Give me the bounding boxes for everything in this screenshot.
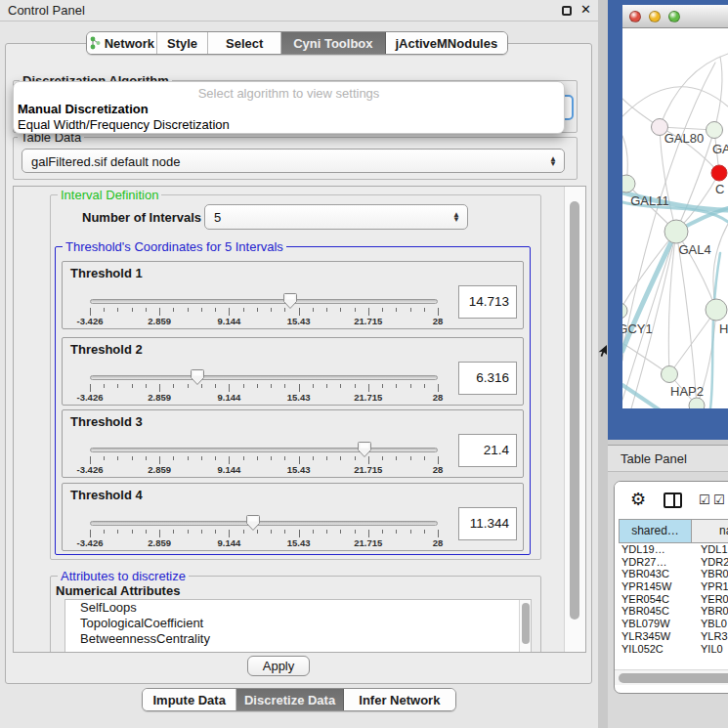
- attribute-list-item[interactable]: BetweennessCentrality: [65, 631, 531, 647]
- network-window-titlebar[interactable]: [622, 5, 728, 28]
- tab-label: Select: [226, 36, 263, 51]
- zoom-window-icon[interactable]: [668, 11, 680, 22]
- tab-impute-data[interactable]: Impute Data: [143, 689, 236, 710]
- network-node-label: GA: [712, 142, 728, 156]
- table-row[interactable]: YIL052CYIL0: [619, 643, 728, 656]
- network-node-gal11[interactable]: [622, 175, 635, 193]
- tab-discretize-data[interactable]: Discretize Data: [236, 689, 343, 710]
- slider-thumb[interactable]: [190, 368, 205, 386]
- network-node-label: GCY1: [622, 321, 653, 336]
- slider-track[interactable]: [90, 375, 438, 380]
- minor-tick: [340, 530, 341, 534]
- numerical-attributes-list[interactable]: SelfLoopsTopologicalCoefficientBetweenne…: [64, 599, 532, 653]
- column-header-name[interactable]: name: [692, 519, 728, 543]
- minor-tick: [188, 456, 189, 460]
- splitpane-gutter[interactable]: [598, 0, 608, 728]
- settings-scrollbar-thumb[interactable]: [570, 201, 579, 620]
- network-node-c[interactable]: [711, 165, 727, 181]
- network-edge[interactable]: [676, 232, 697, 406]
- dropdown-placeholder[interactable]: Select algorithm to view settings: [14, 86, 564, 101]
- combo-arrows-icon: ▲▼: [452, 212, 460, 222]
- table-cell-shared-name: YDR27…: [619, 556, 692, 569]
- float-panel-icon[interactable]: [562, 6, 572, 16]
- minor-tick: [326, 530, 327, 534]
- major-tick: [229, 530, 230, 537]
- tab-jactivemnodules[interactable]: jActiveMNodules: [386, 32, 507, 54]
- threshold-label: Threshold 2: [70, 342, 143, 357]
- network-edge[interactable]: [714, 57, 722, 130]
- major-tick: [299, 384, 300, 392]
- threshold-value-field[interactable]: 11.344: [458, 507, 517, 540]
- network-node-gcy1[interactable]: [622, 303, 627, 319]
- minor-tick: [271, 530, 272, 534]
- dropdown-option-manual[interactable]: Manual Discretization: [18, 102, 149, 116]
- table-hscrollbar[interactable]: [615, 669, 728, 685]
- major-tick: [90, 308, 91, 316]
- slider-thumb[interactable]: [282, 292, 298, 310]
- dropdown-option-equal-width[interactable]: Equal Width/Frequency Discretization: [18, 117, 230, 132]
- minor-tick: [271, 384, 272, 388]
- network-node-h[interactable]: [706, 299, 727, 321]
- minor-tick: [340, 384, 341, 388]
- minor-tick: [382, 530, 383, 534]
- table-row[interactable]: YPR145WYPR1: [619, 580, 728, 593]
- apply-button[interactable]: Apply: [247, 656, 310, 676]
- number-of-intervals-combobox[interactable]: 5 ▲▼: [204, 204, 468, 230]
- close-window-icon[interactable]: [629, 11, 641, 22]
- minor-tick: [257, 308, 258, 312]
- minor-tick: [215, 456, 216, 460]
- slider-track[interactable]: [90, 521, 438, 526]
- minor-tick: [313, 308, 314, 312]
- tick-label: -3.426: [67, 537, 112, 548]
- network-canvas[interactable]: GAL80GACGAL11GAL4GCY1HHAP2: [622, 28, 728, 408]
- table-hscrollbar-thumb[interactable]: [619, 673, 728, 683]
- threshold-value-field[interactable]: 21.4: [458, 434, 517, 467]
- tab-infer-network[interactable]: Infer Network: [344, 689, 455, 710]
- table-row[interactable]: YBR045CYBR0: [619, 605, 728, 618]
- tab-cyni-toolbox[interactable]: Cyni Toolbox: [281, 32, 386, 54]
- table-row[interactable]: YBL079WYBL0: [619, 618, 728, 630]
- slider-track[interactable]: [90, 299, 438, 304]
- table-row[interactable]: YER054CYER0: [619, 593, 728, 606]
- list-scrollbar-thumb[interactable]: [522, 603, 530, 644]
- network-node-hap2[interactable]: [662, 366, 678, 383]
- list-scrollbar[interactable]: [519, 600, 531, 653]
- checkbox-icon[interactable]: ☑: [699, 492, 710, 507]
- settings-scrollbar[interactable]: [564, 187, 585, 653]
- attribute-list-item[interactable]: TopologicalCoefficient: [65, 616, 531, 631]
- network-node[interactable]: [689, 398, 705, 408]
- number-of-intervals-label: Number of Intervals: [82, 210, 201, 225]
- tab-network[interactable]: Network: [87, 32, 157, 54]
- table-row[interactable]: YDR27…YDR2: [619, 556, 728, 569]
- tab-select[interactable]: Select: [208, 32, 281, 54]
- tick-label: 15.43: [277, 537, 321, 548]
- checkbox-icon[interactable]: ☑: [713, 492, 725, 507]
- slider-track[interactable]: [90, 448, 438, 452]
- threshold-panels: Threshold 1-3.4262.8599.14415.4321.71528…: [55, 246, 531, 555]
- network-node-ga[interactable]: [707, 122, 723, 139]
- network-edge[interactable]: [668, 232, 676, 374]
- tick-label: 9.144: [206, 537, 251, 548]
- slider-thumb[interactable]: [357, 441, 372, 458]
- slider-thumb[interactable]: [245, 514, 261, 532]
- tab-style[interactable]: Style: [157, 32, 209, 54]
- threshold-value-field[interactable]: 6.316: [458, 362, 517, 395]
- column-header-shared-name[interactable]: shared…: [619, 519, 692, 543]
- table-header-row: shared… name: [619, 519, 728, 543]
- attribute-list-item[interactable]: SelfLoops: [65, 600, 531, 616]
- minor-tick: [146, 308, 147, 312]
- network-node-gal4[interactable]: [664, 220, 688, 243]
- gear-icon[interactable]: ⚙: [630, 489, 646, 510]
- network-node-label: H: [719, 321, 728, 336]
- table-row[interactable]: YBR043CYBR0: [619, 568, 728, 580]
- minor-tick: [146, 456, 147, 460]
- control-panel: Control Panel ✕ NetworkStyleSelectCyni T…: [0, 0, 598, 728]
- threshold-value-field[interactable]: 14.713: [458, 285, 517, 319]
- table-row[interactable]: YDL19…YDL1: [619, 543, 728, 556]
- major-tick: [368, 308, 369, 316]
- table-row[interactable]: YLR345WYLR3: [619, 630, 728, 643]
- minimize-window-icon[interactable]: [649, 11, 661, 22]
- table-data-combobox[interactable]: galFiltered.sif default node ▲▼: [21, 149, 565, 173]
- close-panel-icon[interactable]: ✕: [580, 2, 591, 17]
- split-view-icon[interactable]: [664, 492, 682, 508]
